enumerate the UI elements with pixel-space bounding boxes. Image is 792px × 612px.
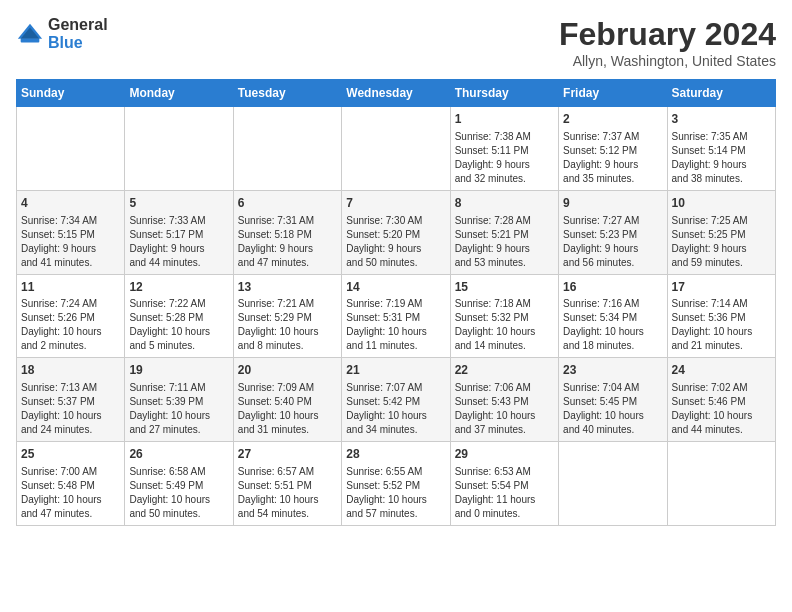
logo-icon xyxy=(16,20,44,48)
day-number: 14 xyxy=(346,279,445,296)
calendar-cell: 5Sunrise: 7:33 AM Sunset: 5:17 PM Daylig… xyxy=(125,190,233,274)
calendar-cell xyxy=(125,107,233,191)
calendar-cell: 29Sunrise: 6:53 AM Sunset: 5:54 PM Dayli… xyxy=(450,442,558,526)
day-info: Sunrise: 7:21 AM Sunset: 5:29 PM Dayligh… xyxy=(238,297,337,353)
calendar-cell: 7Sunrise: 7:30 AM Sunset: 5:20 PM Daylig… xyxy=(342,190,450,274)
day-info: Sunrise: 7:28 AM Sunset: 5:21 PM Dayligh… xyxy=(455,214,554,270)
day-info: Sunrise: 6:57 AM Sunset: 5:51 PM Dayligh… xyxy=(238,465,337,521)
calendar-cell: 11Sunrise: 7:24 AM Sunset: 5:26 PM Dayli… xyxy=(17,274,125,358)
calendar-cell xyxy=(233,107,341,191)
calendar-cell xyxy=(342,107,450,191)
day-number: 5 xyxy=(129,195,228,212)
calendar-cell: 1Sunrise: 7:38 AM Sunset: 5:11 PM Daylig… xyxy=(450,107,558,191)
logo: General Blue xyxy=(16,16,108,51)
calendar-cell: 12Sunrise: 7:22 AM Sunset: 5:28 PM Dayli… xyxy=(125,274,233,358)
day-number: 2 xyxy=(563,111,662,128)
day-number: 21 xyxy=(346,362,445,379)
calendar-cell: 24Sunrise: 7:02 AM Sunset: 5:46 PM Dayli… xyxy=(667,358,775,442)
calendar-cell: 4Sunrise: 7:34 AM Sunset: 5:15 PM Daylig… xyxy=(17,190,125,274)
weekday-header-wednesday: Wednesday xyxy=(342,80,450,107)
day-info: Sunrise: 7:11 AM Sunset: 5:39 PM Dayligh… xyxy=(129,381,228,437)
day-number: 4 xyxy=(21,195,120,212)
day-number: 29 xyxy=(455,446,554,463)
calendar-cell: 8Sunrise: 7:28 AM Sunset: 5:21 PM Daylig… xyxy=(450,190,558,274)
calendar-cell: 23Sunrise: 7:04 AM Sunset: 5:45 PM Dayli… xyxy=(559,358,667,442)
day-info: Sunrise: 7:31 AM Sunset: 5:18 PM Dayligh… xyxy=(238,214,337,270)
calendar-cell: 19Sunrise: 7:11 AM Sunset: 5:39 PM Dayli… xyxy=(125,358,233,442)
calendar-table: SundayMondayTuesdayWednesdayThursdayFrid… xyxy=(16,79,776,526)
calendar-cell: 25Sunrise: 7:00 AM Sunset: 5:48 PM Dayli… xyxy=(17,442,125,526)
day-number: 25 xyxy=(21,446,120,463)
calendar-cell: 27Sunrise: 6:57 AM Sunset: 5:51 PM Dayli… xyxy=(233,442,341,526)
day-number: 20 xyxy=(238,362,337,379)
calendar-cell: 6Sunrise: 7:31 AM Sunset: 5:18 PM Daylig… xyxy=(233,190,341,274)
calendar-cell: 21Sunrise: 7:07 AM Sunset: 5:42 PM Dayli… xyxy=(342,358,450,442)
day-info: Sunrise: 6:55 AM Sunset: 5:52 PM Dayligh… xyxy=(346,465,445,521)
calendar-cell: 14Sunrise: 7:19 AM Sunset: 5:31 PM Dayli… xyxy=(342,274,450,358)
calendar-cell: 20Sunrise: 7:09 AM Sunset: 5:40 PM Dayli… xyxy=(233,358,341,442)
day-info: Sunrise: 7:04 AM Sunset: 5:45 PM Dayligh… xyxy=(563,381,662,437)
calendar-cell: 10Sunrise: 7:25 AM Sunset: 5:25 PM Dayli… xyxy=(667,190,775,274)
calendar-week-5: 25Sunrise: 7:00 AM Sunset: 5:48 PM Dayli… xyxy=(17,442,776,526)
day-info: Sunrise: 7:09 AM Sunset: 5:40 PM Dayligh… xyxy=(238,381,337,437)
day-info: Sunrise: 7:13 AM Sunset: 5:37 PM Dayligh… xyxy=(21,381,120,437)
calendar-cell: 22Sunrise: 7:06 AM Sunset: 5:43 PM Dayli… xyxy=(450,358,558,442)
day-number: 13 xyxy=(238,279,337,296)
svg-rect-2 xyxy=(21,38,40,42)
day-number: 27 xyxy=(238,446,337,463)
day-info: Sunrise: 7:06 AM Sunset: 5:43 PM Dayligh… xyxy=(455,381,554,437)
logo-text: General Blue xyxy=(48,16,108,51)
calendar-cell: 18Sunrise: 7:13 AM Sunset: 5:37 PM Dayli… xyxy=(17,358,125,442)
weekday-header-friday: Friday xyxy=(559,80,667,107)
day-info: Sunrise: 7:35 AM Sunset: 5:14 PM Dayligh… xyxy=(672,130,771,186)
day-number: 10 xyxy=(672,195,771,212)
day-info: Sunrise: 6:53 AM Sunset: 5:54 PM Dayligh… xyxy=(455,465,554,521)
day-number: 11 xyxy=(21,279,120,296)
day-number: 18 xyxy=(21,362,120,379)
day-number: 7 xyxy=(346,195,445,212)
day-info: Sunrise: 7:16 AM Sunset: 5:34 PM Dayligh… xyxy=(563,297,662,353)
day-info: Sunrise: 7:18 AM Sunset: 5:32 PM Dayligh… xyxy=(455,297,554,353)
calendar-cell: 2Sunrise: 7:37 AM Sunset: 5:12 PM Daylig… xyxy=(559,107,667,191)
day-number: 23 xyxy=(563,362,662,379)
weekday-header-monday: Monday xyxy=(125,80,233,107)
day-info: Sunrise: 7:02 AM Sunset: 5:46 PM Dayligh… xyxy=(672,381,771,437)
calendar-week-1: 1Sunrise: 7:38 AM Sunset: 5:11 PM Daylig… xyxy=(17,107,776,191)
calendar-subtitle: Allyn, Washington, United States xyxy=(559,53,776,69)
day-info: Sunrise: 7:30 AM Sunset: 5:20 PM Dayligh… xyxy=(346,214,445,270)
day-info: Sunrise: 7:25 AM Sunset: 5:25 PM Dayligh… xyxy=(672,214,771,270)
calendar-cell xyxy=(667,442,775,526)
weekday-header-row: SundayMondayTuesdayWednesdayThursdayFrid… xyxy=(17,80,776,107)
weekday-header-thursday: Thursday xyxy=(450,80,558,107)
calendar-cell: 17Sunrise: 7:14 AM Sunset: 5:36 PM Dayli… xyxy=(667,274,775,358)
day-number: 19 xyxy=(129,362,228,379)
day-info: Sunrise: 7:22 AM Sunset: 5:28 PM Dayligh… xyxy=(129,297,228,353)
day-info: Sunrise: 7:27 AM Sunset: 5:23 PM Dayligh… xyxy=(563,214,662,270)
calendar-cell: 15Sunrise: 7:18 AM Sunset: 5:32 PM Dayli… xyxy=(450,274,558,358)
logo-blue: Blue xyxy=(48,34,83,51)
weekday-header-sunday: Sunday xyxy=(17,80,125,107)
calendar-cell: 9Sunrise: 7:27 AM Sunset: 5:23 PM Daylig… xyxy=(559,190,667,274)
calendar-cell: 3Sunrise: 7:35 AM Sunset: 5:14 PM Daylig… xyxy=(667,107,775,191)
day-info: Sunrise: 7:19 AM Sunset: 5:31 PM Dayligh… xyxy=(346,297,445,353)
day-number: 6 xyxy=(238,195,337,212)
day-info: Sunrise: 7:38 AM Sunset: 5:11 PM Dayligh… xyxy=(455,130,554,186)
day-number: 16 xyxy=(563,279,662,296)
calendar-cell: 28Sunrise: 6:55 AM Sunset: 5:52 PM Dayli… xyxy=(342,442,450,526)
calendar-cell: 26Sunrise: 6:58 AM Sunset: 5:49 PM Dayli… xyxy=(125,442,233,526)
day-number: 8 xyxy=(455,195,554,212)
calendar-title: February 2024 xyxy=(559,16,776,53)
day-number: 28 xyxy=(346,446,445,463)
calendar-week-4: 18Sunrise: 7:13 AM Sunset: 5:37 PM Dayli… xyxy=(17,358,776,442)
day-number: 3 xyxy=(672,111,771,128)
day-info: Sunrise: 7:00 AM Sunset: 5:48 PM Dayligh… xyxy=(21,465,120,521)
weekday-header-tuesday: Tuesday xyxy=(233,80,341,107)
calendar-cell xyxy=(17,107,125,191)
calendar-cell xyxy=(559,442,667,526)
day-number: 1 xyxy=(455,111,554,128)
weekday-header-saturday: Saturday xyxy=(667,80,775,107)
day-number: 22 xyxy=(455,362,554,379)
calendar-week-2: 4Sunrise: 7:34 AM Sunset: 5:15 PM Daylig… xyxy=(17,190,776,274)
calendar-cell: 13Sunrise: 7:21 AM Sunset: 5:29 PM Dayli… xyxy=(233,274,341,358)
day-info: Sunrise: 6:58 AM Sunset: 5:49 PM Dayligh… xyxy=(129,465,228,521)
